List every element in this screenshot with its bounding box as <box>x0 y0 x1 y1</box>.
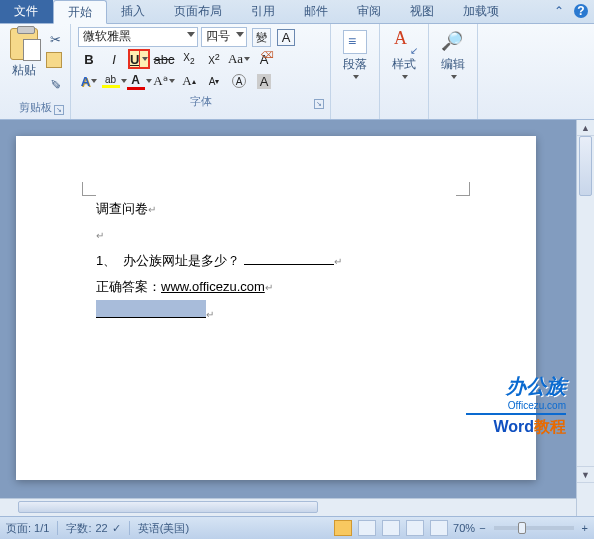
group-styles: 样式 <box>380 24 429 119</box>
paste-icon <box>10 28 38 60</box>
character-border-button[interactable]: A <box>275 27 297 47</box>
paragraph-icon <box>343 30 367 54</box>
language-indicator[interactable]: 英语(美国) <box>138 521 189 536</box>
horizontal-scrollbar[interactable] <box>0 498 576 516</box>
highlight-color-button[interactable]: ab <box>103 71 125 91</box>
tab-mail[interactable]: 邮件 <box>290 0 343 23</box>
paragraph-label: 段落 <box>343 56 367 73</box>
scroll-down-icon[interactable]: ▼ <box>577 466 594 482</box>
enclose-characters-button[interactable]: A <box>228 71 250 91</box>
ribbon-tabs: 文件 开始 插入 页面布局 引用 邮件 审阅 视图 加载项 ⌃ ? <box>0 0 594 24</box>
watermark: 办公族 Officezu.com Word教程 <box>466 373 566 438</box>
vertical-scrollbar[interactable]: ▲ ▼ <box>576 120 594 516</box>
group-font: 微软雅黑 四号 變 A B I U abc X2 X2 Aa A⌫ A ab A… <box>71 24 331 119</box>
minimize-ribbon-icon[interactable]: ⌃ <box>552 4 566 18</box>
margin-corner-tl <box>82 182 96 196</box>
cut-button[interactable] <box>46 30 64 48</box>
zoom-slider[interactable] <box>494 526 574 530</box>
browse-object-nav[interactable] <box>577 482 594 516</box>
grow-font-button[interactable]: A▴ <box>178 71 200 91</box>
paragraph-mark: ↵ <box>265 282 273 293</box>
character-shading-a-button[interactable]: A <box>253 71 275 91</box>
ribbon: 粘贴 剪贴板↘ 微软雅黑 四号 變 A B I U abc X2 X2 Aa A… <box>0 24 594 120</box>
group-editing: 🔎编辑 <box>429 24 478 119</box>
scroll-thumb[interactable] <box>579 136 592 196</box>
styles-button[interactable]: 样式 <box>384 26 424 83</box>
font-color-button[interactable]: A <box>128 71 150 91</box>
help-icon[interactable]: ? <box>574 4 588 18</box>
change-case-button[interactable]: Aa <box>228 49 250 69</box>
font-label: 字体↘ <box>75 92 326 111</box>
subscript-button[interactable]: X2 <box>178 49 200 69</box>
outline-view-button[interactable] <box>406 520 424 536</box>
paragraph-mark: ↵ <box>334 256 342 267</box>
q1-number: 1、 <box>96 253 116 268</box>
web-layout-view-button[interactable] <box>382 520 400 536</box>
paragraph-button[interactable]: 段落 <box>335 26 375 83</box>
tab-insert[interactable]: 插入 <box>107 0 160 23</box>
underline-dropdown[interactable] <box>139 51 148 67</box>
zoom-level[interactable]: 70% <box>453 522 475 534</box>
font-name-select[interactable]: 微软雅黑 <box>78 27 198 47</box>
tab-view[interactable]: 视图 <box>396 0 449 23</box>
q1-text: 办公族网址是多少？ <box>123 253 240 268</box>
tab-page-layout[interactable]: 页面布局 <box>160 0 237 23</box>
font-launcher[interactable]: ↘ <box>314 99 324 109</box>
character-shading-button[interactable]: Aᵃ <box>153 71 175 91</box>
tab-file[interactable]: 文件 <box>0 0 53 23</box>
tab-references[interactable]: 引用 <box>237 0 290 23</box>
draft-view-button[interactable] <box>430 520 448 536</box>
paragraph-mark: ↵ <box>206 309 214 320</box>
find-icon: 🔎 <box>441 30 465 54</box>
watermark-line2: Officezu.com <box>466 400 566 411</box>
superscript-button[interactable]: X2 <box>203 49 225 69</box>
paragraph-mark: ↵ <box>96 230 104 241</box>
bold-button[interactable]: B <box>78 49 100 69</box>
paste-label: 粘贴 <box>12 62 36 79</box>
tab-addins[interactable]: 加载项 <box>449 0 514 23</box>
watermark-line3: Word教程 <box>466 417 566 438</box>
print-layout-view-button[interactable] <box>334 520 352 536</box>
scroll-up-icon[interactable]: ▲ <box>577 120 594 136</box>
page[interactable]: 调查问卷↵ ↵ 1、 办公族网址是多少？ ↵ 正确答案：www.officezu… <box>16 136 536 480</box>
paragraph-mark: ↵ <box>148 204 156 215</box>
italic-button[interactable]: I <box>103 49 125 69</box>
clipboard-label: 剪贴板↘ <box>4 98 66 117</box>
group-paragraph: 段落 <box>331 24 380 119</box>
editing-button[interactable]: 🔎编辑 <box>433 26 473 83</box>
tab-review[interactable]: 审阅 <box>343 0 396 23</box>
clipboard-launcher[interactable]: ↘ <box>54 105 64 115</box>
answer-label: 正确答案： <box>96 279 161 294</box>
zoom-slider-thumb[interactable] <box>518 522 526 534</box>
paste-button[interactable]: 粘贴 <box>4 26 44 81</box>
strikethrough-button[interactable]: abc <box>153 49 175 69</box>
answer-value: www.officezu.com <box>161 279 265 294</box>
document-area: 调查问卷↵ ↵ 1、 办公族网址是多少？ ↵ 正确答案：www.officezu… <box>0 120 594 516</box>
copy-icon <box>48 54 62 68</box>
fullscreen-reading-view-button[interactable] <box>358 520 376 536</box>
margin-corner-tr <box>456 182 470 196</box>
clear-formatting-button[interactable]: A⌫ <box>253 49 275 69</box>
blank-underline <box>244 251 334 265</box>
doc-title: 调查问卷 <box>96 201 148 216</box>
editing-label: 编辑 <box>441 56 465 73</box>
word-count[interactable]: 22 <box>95 522 107 534</box>
shrink-font-button[interactable]: A▾ <box>203 71 225 91</box>
font-size-select[interactable]: 四号 <box>201 27 247 47</box>
format-painter-button[interactable] <box>46 74 64 92</box>
tab-home[interactable]: 开始 <box>53 0 107 24</box>
copy-button[interactable] <box>46 52 64 70</box>
styles-label: 样式 <box>392 56 416 73</box>
zoom-in-button[interactable]: + <box>582 522 588 534</box>
selected-underline-text[interactable] <box>96 300 206 318</box>
styles-icon <box>392 30 416 54</box>
scroll-thumb-h[interactable] <box>18 501 318 513</box>
group-clipboard: 粘贴 剪贴板↘ <box>0 24 71 119</box>
text-effects-button[interactable]: A <box>78 71 100 91</box>
page-indicator[interactable]: 页面: 1/1 <box>6 521 49 536</box>
zoom-out-button[interactable]: − <box>479 522 485 534</box>
status-bar: 页面: 1/1 字数: 22 ✓ 英语(美国) 70% − + <box>0 516 594 539</box>
underline-button[interactable]: U <box>128 49 150 69</box>
phonetic-guide-button[interactable]: 變 <box>250 27 272 47</box>
proofing-icon[interactable]: ✓ <box>112 522 121 535</box>
